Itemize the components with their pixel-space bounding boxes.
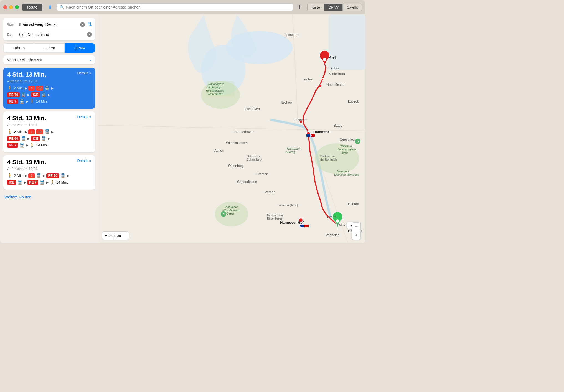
map-type-buttons: Karte ÖPNV Satellit [307,4,362,11]
svg-text:S: S [305,225,306,227]
walk-2min-3: 2 Min. [14,174,24,178]
mode-gehen[interactable]: Gehen [34,43,64,53]
train-icon-6: 🚆 [21,136,26,141]
route-1-seg1: 🚶 2 Min. ▶ 1 10 🚆 ▶ [7,85,91,91]
show-select[interactable]: Anzeigen [102,231,129,240]
svg-text:S: S [311,135,312,137]
walk-14min-1: 14 Min. [36,99,48,103]
zoom-out-button[interactable]: − [352,223,360,231]
share-button[interactable]: ⬆ [295,3,304,11]
mode-buttons: Fahren Gehen ÖPNV [3,43,95,53]
input-divider [7,30,92,30]
badge-ice-3: ICE [7,180,16,185]
close-button[interactable] [3,5,7,9]
badge-10-2: 10 [36,129,43,134]
route-3-seg2: ICE 🚆 ▶ RE 7 🚆 ▶ 🚶 14 Min. [7,180,91,185]
svg-text:Neustadt am: Neustadt am [267,214,283,217]
route-2-departure: Aufbruch um 18:01 [7,123,91,127]
route-1-seg2: RE 70 🚆 ▶ ICE 🚆 ▶ [7,92,91,97]
arrow-8: ▶ [27,137,30,141]
walk-icon-2: 🚶 [29,99,35,104]
badge-ice-2: ICE [31,136,40,141]
mode-opnv[interactable]: ÖPNV [65,43,95,53]
badge-re70: RE 70 [7,92,20,97]
svg-text:Bremen: Bremen [256,172,268,176]
departure-select[interactable]: Nächste Abfahrtszeit ⌄ [3,55,95,64]
route-2-details[interactable]: Details » [77,115,91,119]
route-card-1[interactable]: 4 Std. 13 Min. Details » Aufbruch um 17:… [3,68,95,109]
route-1-departure: Aufbruch um 17:01 [7,79,91,83]
start-label: Start: [7,22,17,27]
train-icon-10: 🚆 [60,173,66,178]
svg-text:Naturpark: Naturpark [340,144,352,147]
departure-dropdown[interactable]: Nächste Abfahrtszeit [7,58,89,62]
further-routes-link[interactable]: Weitere Routen [4,195,31,199]
route-2-seg2: RE 60 🚆 ▶ ICE 🚆 ▶ [7,136,91,141]
svg-text:Bremerhaven: Bremerhaven [234,130,254,134]
svg-text:Wilhelmshaven: Wilhelmshaven [226,141,248,145]
start-row: Start: Braunschweig, Deutsc ✕ ⇅ [7,21,92,28]
search-icon: 🔍 [60,5,64,9]
badge-1: 1 [28,86,35,91]
badge-re60: RE 60 [7,136,20,141]
arrow-13: ▶ [67,174,69,178]
route-card-3[interactable]: 4 Std. 19 Min. Details » Aufbruch um 19:… [3,155,95,190]
minimize-button[interactable] [9,5,13,9]
svg-text:Itzehoe: Itzehoe [281,101,292,105]
svg-text:Osterholz-: Osterholz- [247,155,260,158]
map-type-opnv[interactable]: ÖPNV [324,4,343,11]
badge-re70-2: RE 70 [46,173,59,178]
svg-text:Elmshorn: Elmshorn [293,118,307,122]
route-button[interactable]: Route [22,4,42,11]
arrow-2: ▶ [51,86,54,90]
mode-fahren[interactable]: Fahren [3,43,34,53]
clear-start-button[interactable]: ✕ [80,22,85,27]
route-1-duration: 4 Std. 13 Min. [7,71,46,78]
arrow-10: ▶ [26,143,28,147]
chevron-down-icon: ⌄ [89,58,92,62]
map-type-karte[interactable]: Karte [307,4,324,11]
search-input[interactable] [66,5,290,9]
svg-text:Cuxhaven: Cuxhaven [245,107,260,111]
maximize-button[interactable] [15,5,19,9]
train-icon-4: 🚆 [19,99,25,104]
svg-text:Aurich: Aurich [214,149,224,152]
route-3-details[interactable]: Details » [77,159,91,163]
route-1-details[interactable]: Details » [77,71,91,75]
svg-text:Lauenburgische: Lauenburgische [338,148,358,151]
svg-text:Bordesholm: Bordesholm [329,72,345,75]
map-bottom-controls: Anzeigen [102,231,129,240]
svg-text:✿: ✿ [357,140,359,143]
route-2-duration: 4 Std. 13 Min. [7,115,46,122]
map-type-satellit[interactable]: Satellit [343,4,362,11]
svg-text:✿: ✿ [222,213,225,216]
train-icon-11: 🚆 [17,180,23,185]
walk-14min-3: 14 Min. [56,180,68,184]
map-svg: Flensburg Kiel Flintbek Bordesholm Einfe… [98,14,365,243]
svg-text:Nationalpark: Nationalpark [208,83,224,86]
svg-text:Buchholz in: Buchholz in [320,155,335,158]
svg-text:Lübeck: Lübeck [348,100,359,103]
route-card-1-header: 4 Std. 13 Min. Details » [7,71,91,78]
route-card-2[interactable]: 4 Std. 13 Min. Details » Aufbruch um 18:… [3,111,95,152]
arrow-14: ▶ [24,180,26,184]
svg-text:Oldenburg: Oldenburg [228,164,244,168]
train-icon-12: 🚆 [39,180,45,185]
swap-button[interactable]: ⇅ [88,21,92,27]
route-card-2-header: 4 Std. 13 Min. Details » [7,115,91,122]
traffic-lights [3,5,19,9]
arrow-11: ▶ [25,174,27,178]
arrow-4: ▶ [48,93,50,97]
zoom-in-button[interactable]: + [352,231,360,240]
clear-ziel-button[interactable]: ✕ [87,32,92,37]
main-content: Start: Braunschweig, Deutsc ✕ ⇅ Ziel: Ki… [0,14,365,243]
svg-text:Hannover Hbf: Hannover Hbf [280,220,304,225]
svg-text:Flintbek: Flintbek [329,67,339,70]
location-arrow-button[interactable]: ⬆ [46,3,54,11]
badge-ice-1: ICE [31,92,40,97]
train-icon-3: 🚆 [41,92,47,97]
badge-1-3: 1 [28,173,35,178]
arrow-7: ▶ [51,130,54,134]
svg-text:Naturpark: Naturpark [287,147,301,150]
svg-text:Geesthacht: Geesthacht [340,138,357,141]
